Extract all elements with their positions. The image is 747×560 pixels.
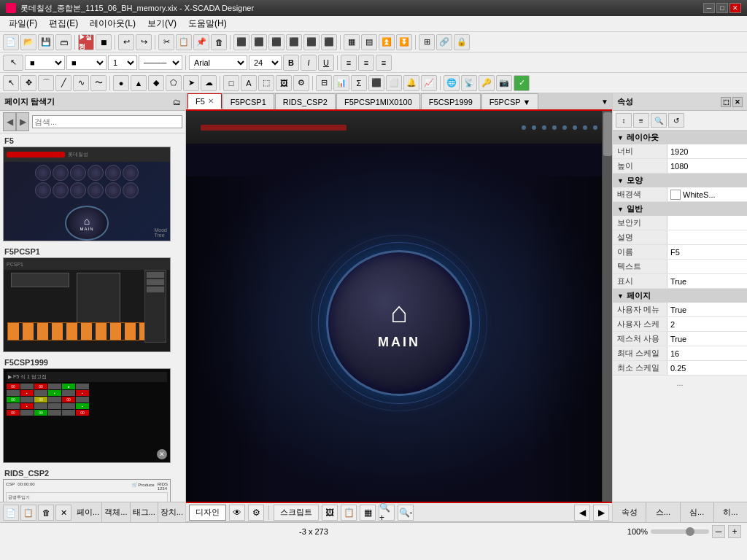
triangle-tool[interactable]: ▲ xyxy=(131,75,147,91)
indicator-tool[interactable]: ⬛ xyxy=(368,75,384,91)
prop-val-text[interactable] xyxy=(667,260,747,273)
image-icon-button[interactable]: 🖼 xyxy=(322,505,338,521)
tab-f5pcsp[interactable]: F5PCSP ▼ xyxy=(481,93,539,109)
new-button[interactable]: 📄 xyxy=(3,34,19,50)
menu-edit[interactable]: 편집(E) xyxy=(43,16,84,31)
input-tool[interactable]: ⬜ xyxy=(386,75,402,91)
check-btn[interactable]: ✓ xyxy=(514,75,530,91)
page-icon-btn[interactable]: 📄 xyxy=(3,505,19,521)
tab-tag[interactable]: 태그... xyxy=(131,502,158,522)
diamond-tool[interactable]: ◆ xyxy=(148,75,164,91)
component-tool[interactable]: ⚙ xyxy=(293,75,309,91)
section-general-toggle[interactable]: ▼ xyxy=(617,206,624,213)
prop-val-maxscale[interactable]: 16 xyxy=(667,346,747,360)
redo-button[interactable]: ↪ xyxy=(136,34,152,50)
eye-icon-button[interactable]: 👁 xyxy=(229,505,245,521)
prop-val-name[interactable]: F5 xyxy=(667,245,747,259)
zoom-minus-button[interactable]: ─ xyxy=(712,525,725,538)
page-item-f5pcsp1[interactable]: F5PCSP1 PCSP1 xyxy=(3,247,182,352)
menu-file[interactable]: 파일(F) xyxy=(3,16,43,31)
textbox-tool[interactable]: ⬚ xyxy=(258,75,274,91)
zoom-plus-button[interactable]: + xyxy=(728,525,741,538)
right-tab-hist[interactable]: 히... xyxy=(714,502,747,522)
circle-tool[interactable]: ● xyxy=(113,75,129,91)
align-bottom-button[interactable]: ⬛ xyxy=(286,34,302,50)
copy-button[interactable]: 📋 xyxy=(176,34,192,50)
undo-button[interactable]: ↩ xyxy=(118,34,134,50)
camera-btn[interactable]: 📷 xyxy=(496,75,512,91)
tab-page[interactable]: 페이... xyxy=(74,502,102,522)
right-tab-sym[interactable]: 심... xyxy=(681,502,714,522)
delete-button[interactable]: 🗑 xyxy=(211,34,227,50)
bottom-nav-prev[interactable]: ◀ xyxy=(574,505,590,521)
rect-tool[interactable]: □ xyxy=(223,75,239,91)
font-size-select[interactable]: 24 xyxy=(249,55,282,70)
prop-val-desc[interactable] xyxy=(667,230,747,244)
pentagon-tool[interactable]: ⬠ xyxy=(166,75,182,91)
table-icon-button[interactable]: 📋 xyxy=(341,505,357,521)
zoom-out-button[interactable]: 🔍- xyxy=(398,505,414,521)
prop-val-gesture[interactable]: True xyxy=(667,332,747,346)
props-sort-btn[interactable]: ↕ xyxy=(616,113,632,128)
tab-more-button[interactable]: ▼ xyxy=(599,93,611,109)
delete-icon-btn[interactable]: 🗑 xyxy=(38,505,54,521)
alarm-tool[interactable]: 🔔 xyxy=(403,75,419,91)
prop-val-visible[interactable]: True xyxy=(667,274,747,288)
section-page-toggle[interactable]: ▼ xyxy=(617,292,624,300)
prop-val-usermenu[interactable]: True xyxy=(667,303,747,316)
prop-val-security[interactable] xyxy=(667,216,747,230)
close-icon-btn[interactable]: ✕ xyxy=(55,505,71,521)
align-left-button[interactable]: ⬛ xyxy=(233,34,249,50)
nav-next-button[interactable]: ▶ xyxy=(16,112,29,131)
search-input[interactable] xyxy=(32,115,182,128)
chart-tool[interactable]: 📊 xyxy=(333,75,349,91)
grid-icon-button[interactable]: ▦ xyxy=(360,505,376,521)
trend-tool[interactable]: 📈 xyxy=(421,75,437,91)
align-right-button[interactable]: ⬛ xyxy=(251,34,267,50)
group-button[interactable]: ▦ xyxy=(344,34,360,50)
align-top-button[interactable]: ⬛ xyxy=(268,34,285,50)
grid-button[interactable]: ⊞ xyxy=(419,34,435,50)
tab-rids-csp2[interactable]: RIDS_CSP2 xyxy=(275,93,336,109)
canvas-scrollbar[interactable] xyxy=(602,111,612,502)
arc-tool[interactable]: ⌒ xyxy=(38,75,54,91)
tab-f5pcsp1mix0100[interactable]: F5PCSP1MIX0100 xyxy=(336,93,420,109)
props-search-btn[interactable]: 🔍 xyxy=(651,113,667,128)
snap-button[interactable]: 🔗 xyxy=(436,34,452,50)
underline-button[interactable]: U xyxy=(318,55,334,71)
cut-button[interactable]: ✂ xyxy=(158,34,174,50)
settings-icon-button[interactable]: ⚙ xyxy=(248,505,264,521)
move-tool[interactable]: ✥ xyxy=(20,75,36,91)
props-refresh-btn[interactable]: ↺ xyxy=(668,113,684,128)
menu-layout[interactable]: 레이아웃(L) xyxy=(84,16,142,31)
page-item-f5csp1999[interactable]: F5CSP1999 ▶ F5 식 1 담고집 00 00 ● ▪ xyxy=(3,358,182,463)
secure-btn[interactable]: 🔑 xyxy=(479,75,495,91)
thumb-close-btn[interactable]: ✕ xyxy=(157,449,167,459)
font-select[interactable]: Arial xyxy=(189,55,247,70)
zoom-slider[interactable] xyxy=(651,529,709,534)
image-tool[interactable]: 🖼 xyxy=(276,75,292,91)
select-tool[interactable]: ↖ xyxy=(3,75,19,91)
polyline-tool[interactable]: ∿ xyxy=(73,75,89,91)
menu-help[interactable]: 도움말(H) xyxy=(182,16,233,31)
page-item-f5[interactable]: F5 롯데칠성 ⌂ xyxy=(3,136,182,241)
section-layout-toggle[interactable]: ▼ xyxy=(617,134,624,141)
explorer-collapse-icon[interactable]: 🗂 xyxy=(173,98,181,106)
design-button[interactable]: 디자인 xyxy=(189,505,226,521)
pointer-tool[interactable]: ↖ xyxy=(3,55,23,71)
prop-val-width[interactable]: 1920 xyxy=(667,144,747,158)
line-style-select[interactable]: ──── xyxy=(139,55,182,70)
props-close-btn[interactable]: ✕ xyxy=(732,97,743,107)
open-button[interactable]: 📂 xyxy=(20,34,36,50)
right-tab-s[interactable]: 스... xyxy=(646,502,680,522)
zoom-slider-thumb[interactable] xyxy=(686,527,694,536)
tab-device[interactable]: 장치... xyxy=(158,502,185,522)
align-left-text[interactable]: ≡ xyxy=(341,55,357,71)
line-tool[interactable]: ╱ xyxy=(55,75,71,91)
align-center-text[interactable]: ≡ xyxy=(358,55,374,71)
list-icon-btn[interactable]: 📋 xyxy=(20,505,36,521)
props-more-link[interactable]: ... xyxy=(613,376,747,390)
close-button[interactable]: ✕ xyxy=(729,3,741,13)
props-float-btn[interactable]: ⬚ xyxy=(721,97,731,107)
tab-f5csp1999[interactable]: F5CSP1999 xyxy=(421,93,481,109)
